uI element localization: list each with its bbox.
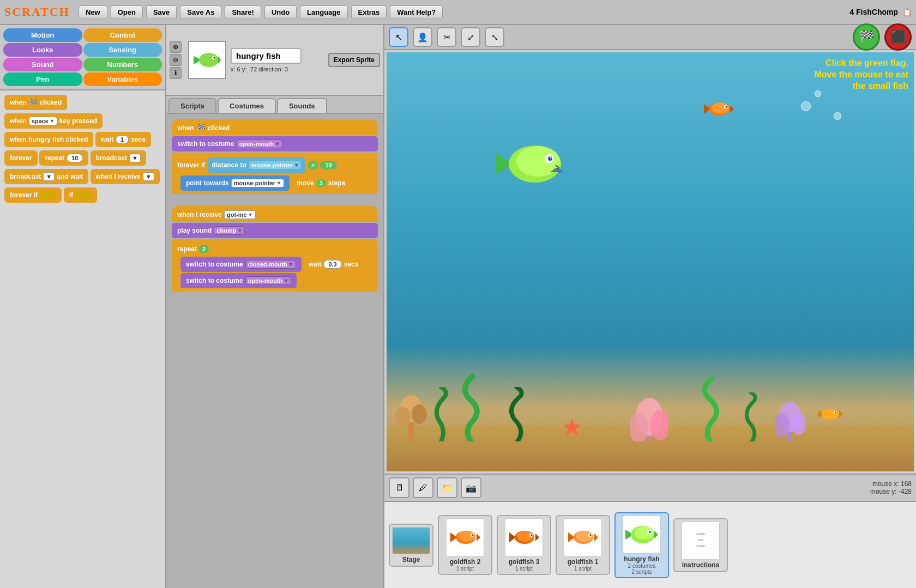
svg-point-53 <box>589 535 591 536</box>
stage-tool-camera[interactable]: 📷 <box>461 477 481 498</box>
block-if[interactable]: if <box>64 187 97 203</box>
tab-sounds[interactable]: Sounds <box>277 98 327 113</box>
stage-tool-folder[interactable]: 📁 <box>437 477 457 498</box>
block-broadcast[interactable]: broadcast ▼ <box>91 150 146 166</box>
stage-card[interactable]: Stage <box>389 524 433 567</box>
new-button[interactable]: New <box>79 5 107 19</box>
project-icon: 📋 <box>902 8 912 16</box>
block-when-receive-got-me[interactable]: when I receive got-me ▼ <box>172 206 378 222</box>
sprite-name-input[interactable]: hungry fish <box>231 48 302 64</box>
svg-point-47 <box>531 535 532 536</box>
category-control[interactable]: Control <box>83 28 162 42</box>
sprite-card-hungry-fish[interactable]: hungry fish 2 costumes2 scripts <box>614 512 669 578</box>
svg-marker-42 <box>477 534 480 541</box>
block-switch-open[interactable]: switch to costume open-mouth ▼ <box>180 273 297 288</box>
block-wait-03[interactable]: wait 0.3 secs <box>303 257 364 272</box>
svg-point-16 <box>550 157 552 159</box>
language-button[interactable]: Language <box>300 5 347 19</box>
block-point-towards[interactable]: point towards mouse-pointer ▼ <box>180 175 290 191</box>
export-sprite-button[interactable]: Export Sprite <box>328 53 380 67</box>
stage-tool-paint[interactable]: 🖊 <box>413 477 433 498</box>
help-button[interactable]: Want Help? <box>390 5 443 19</box>
open-button[interactable]: Open <box>111 5 143 19</box>
block-forever[interactable]: forever <box>4 150 38 166</box>
person-tool[interactable]: 👤 <box>413 27 432 47</box>
scripts-area[interactable]: when 🏁 clicked switch to costume open-mo… <box>166 114 383 588</box>
shrink-tool[interactable]: ⤡ <box>485 27 504 47</box>
stage-canvas[interactable]: Click the green flag.Move the mouse to e… <box>387 52 914 471</box>
svg-point-3 <box>214 57 215 58</box>
sprite-card-instructions[interactable]: ≡≡≡≡≡≡≡≡ instructions <box>673 518 728 572</box>
block-wait[interactable]: wait 1 secs <box>95 132 151 147</box>
green-flag-button[interactable]: 🏁 <box>853 23 880 51</box>
sprite-tray: Stage goldfish 2 1 script <box>384 501 916 588</box>
block-play-sound[interactable]: play sound chomp ▼ <box>172 223 378 238</box>
block-switch-costume-1[interactable]: switch to costume open-mouth ▼ <box>172 136 378 151</box>
svg-marker-31 <box>563 418 581 436</box>
svg-point-1 <box>199 53 219 67</box>
tab-scripts[interactable]: Scripts <box>168 98 216 113</box>
svg-point-35 <box>835 412 836 413</box>
block-when-receive[interactable]: when I receive ▼ <box>91 169 160 184</box>
sprite-controls: ⊕ ⊖ ℹ <box>170 41 182 79</box>
sprite-info-btn[interactable]: ℹ <box>170 67 182 79</box>
category-motion[interactable]: Motion <box>3 28 82 42</box>
stage-toolbar: 🖥 🖊 📁 📷 mouse x: 168 mouse y: -428 <box>384 474 916 501</box>
save-button[interactable]: Save <box>146 5 177 19</box>
category-pen[interactable]: Pen <box>3 72 82 86</box>
extras-button[interactable]: Extras <box>351 5 387 19</box>
sprite-label-goldfish2: goldfish 2 <box>450 558 481 566</box>
category-looks[interactable]: Looks <box>3 43 82 57</box>
coral-1 <box>395 376 427 441</box>
svg-point-33 <box>822 409 839 420</box>
block-repeat[interactable]: repeat 10 <box>39 150 88 166</box>
cursor-tool[interactable]: ↖ <box>389 27 408 47</box>
tab-costumes[interactable]: Costumes <box>218 98 276 113</box>
block-when-flag-clicked[interactable]: when 🏁 clicked <box>172 119 378 135</box>
category-variables[interactable]: Variables <box>83 72 162 86</box>
scissors-tool[interactable]: ✂ <box>437 27 456 47</box>
bubble <box>801 101 811 111</box>
svg-marker-54 <box>594 534 598 541</box>
sprite-thumb-goldfish3 <box>505 518 543 556</box>
sprite-thumbnail <box>188 41 226 79</box>
category-numbers[interactable]: Numbers <box>83 58 162 71</box>
sprite-card-goldfish1[interactable]: goldfish 1 1 script <box>556 515 610 575</box>
expand-tool[interactable]: ⤢ <box>461 27 480 47</box>
category-sensing[interactable]: Sensing <box>83 43 162 57</box>
svg-marker-48 <box>535 534 539 541</box>
block-move-steps[interactable]: move 3 steps <box>291 175 351 191</box>
coral-purple <box>775 392 805 441</box>
bubble <box>834 112 841 120</box>
sprite-label-instructions: instructions <box>682 561 720 569</box>
block-when-key[interactable]: when space ▼ key pressed <box>4 113 103 129</box>
svg-marker-60 <box>654 531 658 538</box>
sprite-sub-hungry-fish: 2 costumes2 scripts <box>628 563 655 575</box>
block-broadcast-wait[interactable]: broadcast ▼ and wait <box>4 169 88 184</box>
sprite-label-goldfish3: goldfish 3 <box>509 558 540 566</box>
center-panel: ⊕ ⊖ ℹ hungry fish x: 6 y: -72 direction:… <box>166 25 384 588</box>
mouse-y-label: mouse y: <box>870 488 897 495</box>
sprite-grow-btn[interactable]: ⊕ <box>170 41 182 53</box>
sprite-card-goldfish3[interactable]: goldfish 3 1 script <box>497 515 551 575</box>
share-button[interactable]: Share! <box>225 5 261 19</box>
sprite-shrink-btn[interactable]: ⊖ <box>170 54 182 66</box>
seaweed-4 <box>698 376 723 441</box>
stage-tool-screen[interactable]: 🖥 <box>389 477 409 498</box>
mouse-coordinates: mouse x: 168 mouse y: -428 <box>870 480 912 495</box>
sprite-card-goldfish2[interactable]: goldfish 2 1 script <box>438 515 492 575</box>
block-when-clicked[interactable]: when 🏁 clicked <box>4 95 67 110</box>
undo-button[interactable]: Undo <box>264 5 297 19</box>
sprite-sub-goldfish2: 1 script <box>456 566 474 572</box>
block-when-sprite-clicked[interactable]: when hungry fish clicked <box>4 132 93 147</box>
save-as-button[interactable]: Save As <box>180 5 221 19</box>
category-sound[interactable]: Sound <box>3 58 82 71</box>
block-forever-if-header[interactable]: forever if distance to mouse-pointer ▼ >… <box>172 155 342 175</box>
block-forever-if[interactable]: forever if <box>4 187 62 203</box>
block-switch-closed[interactable]: switch to costume closed-mouth ▼ <box>180 257 302 272</box>
main-layout: Motion Control Looks Sensing Sound Numbe… <box>0 25 916 588</box>
block-repeat-header[interactable]: repeat 2 <box>172 241 214 257</box>
sprite-info: hungry fish x: 6 y: -72 direction: 3 <box>231 48 324 72</box>
svg-point-21 <box>395 407 411 427</box>
stop-button[interactable]: ⬛ <box>884 23 912 51</box>
